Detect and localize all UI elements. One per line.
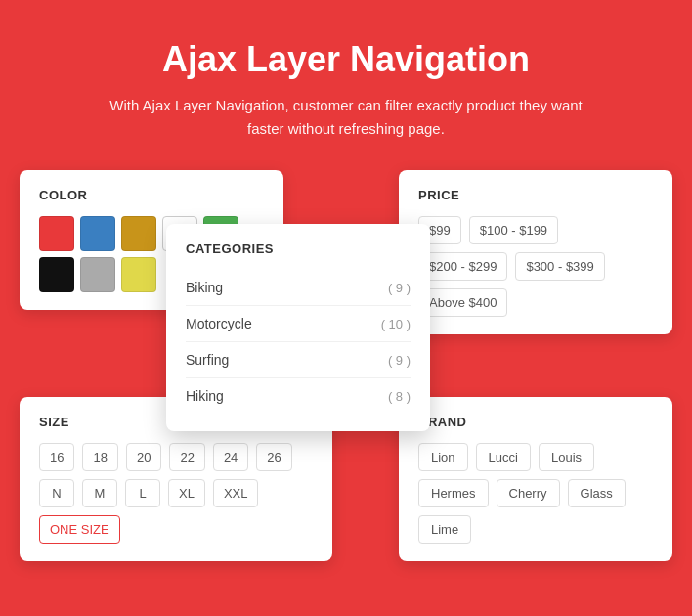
category-count: ( 9 ) — [388, 281, 411, 295]
size-option[interactable]: 22 — [169, 443, 204, 471]
category-item[interactable]: Hiking( 8 ) — [186, 378, 411, 414]
category-count: ( 9 ) — [388, 353, 411, 368]
color-card-title: COLOR — [39, 188, 264, 202]
brand-tags: LionLucciLouisHermesCherryGlassLime — [418, 443, 653, 544]
brand-option[interactable]: Louis — [539, 443, 594, 471]
color-swatch-gray[interactable] — [80, 257, 115, 292]
price-option[interactable]: $200 - $299 — [418, 252, 507, 281]
price-option[interactable]: Above $400 — [418, 288, 507, 317]
category-label: Hiking — [186, 388, 224, 404]
size-option[interactable]: 26 — [256, 443, 291, 471]
brand-option[interactable]: Cherry — [497, 479, 560, 507]
color-swatch-yellow[interactable] — [121, 257, 156, 292]
size-option[interactable]: M — [82, 479, 117, 507]
color-swatch-golden[interactable] — [121, 216, 156, 251]
size-option[interactable]: 24 — [213, 443, 248, 471]
size-option[interactable]: L — [125, 479, 160, 507]
page-subtitle: With Ajax Layer Navigation, customer can… — [102, 94, 590, 141]
color-swatch-blue[interactable] — [80, 216, 115, 251]
size-option[interactable]: 20 — [126, 443, 161, 471]
cards-container: COLOR CATEGORIES Biking( 9 )Motorcycle( … — [0, 170, 692, 581]
category-item[interactable]: Biking( 9 ) — [186, 270, 411, 306]
price-card-title: PRICE — [418, 188, 653, 202]
category-item[interactable]: Surfing( 9 ) — [186, 342, 411, 378]
category-label: Motorcycle — [186, 316, 252, 331]
categories-card-title: CATEGORIES — [186, 242, 411, 256]
brand-card-title: BRAND — [418, 415, 653, 429]
size-option[interactable]: 18 — [82, 443, 117, 471]
brand-option[interactable]: Lime — [418, 515, 471, 544]
color-swatch-red[interactable] — [39, 216, 74, 251]
price-option[interactable]: $300 - $399 — [515, 252, 604, 281]
category-count: ( 8 ) — [388, 389, 411, 404]
price-option[interactable]: $100 - $199 — [469, 216, 558, 244]
size-option[interactable]: XL — [168, 479, 205, 507]
categories-list: Biking( 9 )Motorcycle( 10 )Surfing( 9 )H… — [186, 270, 411, 414]
color-swatch-black[interactable] — [39, 257, 74, 292]
brand-option[interactable]: Hermes — [418, 479, 489, 507]
category-label: Surfing — [186, 352, 229, 368]
page-header: Ajax Layer Navigation With Ajax Layer Na… — [0, 0, 692, 170]
size-option[interactable]: N — [39, 479, 74, 507]
page-title: Ajax Layer Navigation — [20, 39, 672, 80]
brand-option[interactable]: Lion — [418, 443, 468, 471]
brand-card: BRAND LionLucciLouisHermesCherryGlassLim… — [399, 397, 672, 561]
price-card: PRICE $99$100 - $199$200 - $299$300 - $3… — [399, 170, 672, 334]
size-option[interactable]: 16 — [39, 443, 74, 471]
size-option[interactable]: XXL — [213, 479, 259, 507]
price-tags: $99$100 - $199$200 - $299$300 - $399Abov… — [418, 216, 653, 317]
size-tags: 161820222426NMLXLXXLONE SIZE — [39, 443, 313, 544]
size-option[interactable]: ONE SIZE — [39, 515, 120, 544]
category-count: ( 10 ) — [381, 317, 411, 331]
brand-option[interactable]: Lucci — [476, 443, 531, 471]
categories-card: CATEGORIES Biking( 9 )Motorcycle( 10 )Su… — [166, 224, 430, 431]
category-label: Biking — [186, 280, 223, 295]
category-item[interactable]: Motorcycle( 10 ) — [186, 306, 411, 342]
brand-option[interactable]: Glass — [568, 479, 626, 507]
